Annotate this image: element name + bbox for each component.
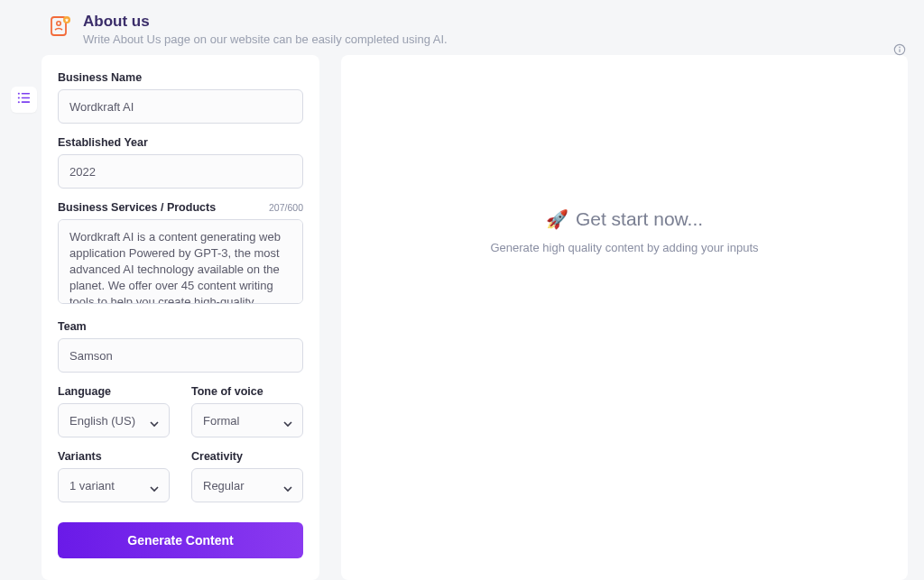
rocket-icon: 🚀 [546,208,568,230]
creativity-label: Creativity [191,450,243,463]
svg-rect-7 [22,93,30,95]
tone-select[interactable]: Formal [191,403,303,437]
svg-point-1 [57,22,60,25]
services-char-counter: 207/600 [269,202,303,213]
page-title: About us [83,13,448,31]
team-input[interactable] [58,338,303,373]
output-title-text: Get start now... [576,208,703,230]
business-name-label: Business Name [58,71,142,84]
language-label: Language [58,385,111,398]
page-header: About us Write About Us page on our webs… [0,0,924,55]
services-textarea[interactable] [58,219,303,304]
page-subtitle: Write About Us page on our website can b… [83,32,448,46]
team-label: Team [58,320,87,333]
language-select[interactable]: English (US) [58,403,170,437]
established-year-label: Established Year [58,136,148,149]
variants-label: Variants [58,450,102,463]
about-us-icon [49,14,72,38]
tone-label: Tone of voice [191,385,263,398]
svg-point-4 [899,47,901,49]
output-title: 🚀 Get start now... [546,208,703,230]
established-year-input[interactable] [58,154,303,189]
svg-point-8 [18,97,20,98]
info-icon[interactable] [893,43,906,56]
input-form-card: Business Name Established Year Business … [42,55,319,580]
svg-rect-9 [22,97,30,99]
output-placeholder-card: 🚀 Get start now... Generate high quality… [341,55,908,580]
svg-rect-5 [899,49,900,52]
creativity-select[interactable]: Regular [191,468,303,502]
svg-rect-11 [22,101,30,103]
svg-point-10 [18,101,20,103]
generate-content-button[interactable]: Generate Content [58,522,303,558]
list-icon [16,90,32,109]
variants-select[interactable]: 1 variant [58,468,170,502]
services-label: Business Services / Products [58,201,216,214]
sidebar-toggle[interactable] [11,87,37,113]
svg-point-6 [18,93,20,95]
output-subtitle: Generate high quality content by adding … [490,241,758,254]
business-name-input[interactable] [58,89,303,124]
